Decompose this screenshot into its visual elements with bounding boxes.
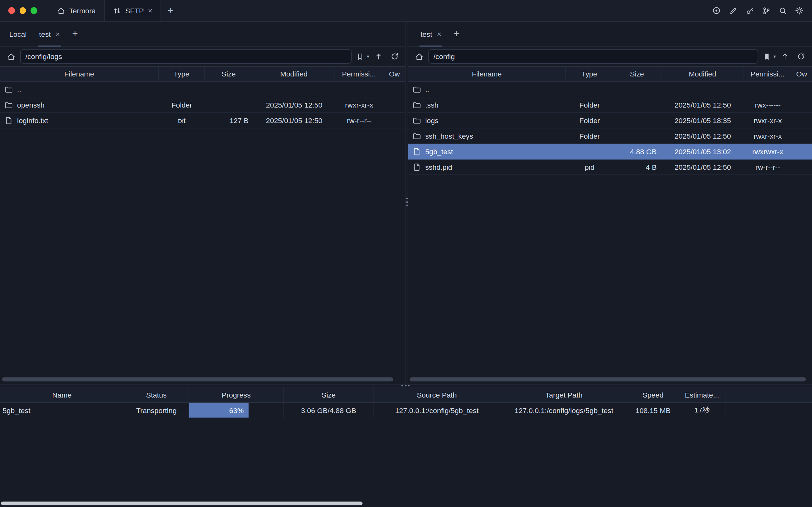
file-icon xyxy=(413,163,421,171)
app-window: Termora SFTP × + xyxy=(0,0,812,507)
file-size xyxy=(613,82,661,97)
snippets-button[interactable] xyxy=(760,4,773,17)
table-row[interactable]: sshd.pid pid 4 B 2025/01/05 12:50 rw-r--… xyxy=(408,159,812,175)
column-header-filename[interactable]: Filename xyxy=(0,67,159,81)
bottom-horizontal-scrollbar-thumb[interactable] xyxy=(1,502,363,505)
bookmark-button[interactable] xyxy=(761,50,772,63)
settings-button[interactable] xyxy=(793,4,806,17)
file-name: ssh_host_keys xyxy=(425,132,473,140)
column-header-modified[interactable]: Modified xyxy=(661,67,744,81)
column-header-permissions[interactable]: Permissi... xyxy=(744,67,791,81)
bookmark-button[interactable] xyxy=(355,50,366,63)
column-header-modified[interactable]: Modified xyxy=(253,67,335,81)
path-input[interactable] xyxy=(428,49,758,64)
pane-splitter[interactable] xyxy=(405,22,408,384)
column-header-source-path[interactable]: Source Path xyxy=(374,387,500,402)
progress-fill: 63% xyxy=(189,403,248,417)
column-header-size[interactable]: Size xyxy=(284,387,374,402)
tab-test-right[interactable]: test × xyxy=(414,22,447,46)
bookmark-control: ▾ xyxy=(355,50,370,63)
file-type xyxy=(566,82,613,97)
home-button[interactable] xyxy=(412,50,426,63)
transfer-filler xyxy=(726,403,812,417)
table-row[interactable]: .. xyxy=(0,82,405,97)
table-row[interactable]: ssh_host_keys Folder 2025/01/05 12:50 rw… xyxy=(408,128,812,144)
column-header-owner[interactable]: Ow xyxy=(383,67,405,81)
window-controls xyxy=(0,0,49,21)
refresh-button[interactable] xyxy=(388,50,401,63)
file-name: logs xyxy=(425,116,438,124)
horizontal-scrollbar-thumb[interactable] xyxy=(2,377,393,381)
progress-label: 63% xyxy=(229,406,244,414)
bookmark-control: ▾ xyxy=(761,50,776,63)
table-row[interactable]: .. xyxy=(408,82,812,97)
path-input[interactable] xyxy=(20,49,352,64)
column-header-type[interactable]: Type xyxy=(159,67,205,81)
close-icon[interactable]: × xyxy=(56,30,60,38)
column-header-size[interactable]: Size xyxy=(205,67,253,81)
column-header-estimate[interactable]: Estimate... xyxy=(679,387,726,402)
search-button[interactable] xyxy=(776,4,789,17)
column-header-filler xyxy=(726,387,812,402)
close-icon[interactable]: × xyxy=(437,30,441,38)
tab-termora[interactable]: Termora xyxy=(49,0,104,21)
edit-button[interactable] xyxy=(726,4,740,17)
titlebar-actions xyxy=(710,0,812,21)
column-header-speed[interactable]: Speed xyxy=(628,387,679,402)
column-header-type[interactable]: Type xyxy=(566,67,613,81)
new-session-tab-button[interactable]: + xyxy=(66,22,84,46)
tab-local[interactable]: Local xyxy=(3,22,33,46)
chevron-down-icon[interactable]: ▾ xyxy=(367,54,369,59)
transfer-status: Transporting xyxy=(124,403,189,417)
file-type xyxy=(566,144,613,159)
column-header-progress[interactable]: Progress xyxy=(189,387,284,402)
folder-icon xyxy=(5,85,13,93)
minimize-window-button[interactable] xyxy=(19,7,26,14)
zoom-window-button[interactable] xyxy=(31,7,37,14)
column-header-target-path[interactable]: Target Path xyxy=(500,387,628,402)
column-header-filename[interactable]: Filename xyxy=(408,67,566,81)
table-row-selected[interactable]: 5gb_test 4.88 GB 2025/01/05 13:02 rwxrwx… xyxy=(408,144,812,160)
transfer-row[interactable]: 5gb_test Transporting 63% 3.06 GB/4.88 G… xyxy=(0,403,812,418)
transfer-speed: 108.15 MB xyxy=(628,403,679,417)
refresh-button[interactable] xyxy=(795,50,808,63)
file-modified: 2025/01/05 12:50 xyxy=(661,128,744,144)
column-header-size[interactable]: Size xyxy=(613,67,661,81)
close-window-button[interactable] xyxy=(8,7,15,14)
right-path-bar: ▾ xyxy=(408,47,812,66)
tab-sftp[interactable]: SFTP × xyxy=(104,0,161,21)
column-header-status[interactable]: Status xyxy=(124,387,189,402)
file-permissions: rwxr-xr-x xyxy=(744,128,791,144)
left-file-table-header: Filename Type Size Modified Permissi... … xyxy=(0,66,405,82)
transfers-splitter[interactable] xyxy=(0,384,812,387)
keys-button[interactable] xyxy=(743,4,756,17)
file-permissions: rw-r--r-- xyxy=(744,159,791,174)
column-header-name[interactable]: Name xyxy=(0,387,124,402)
file-modified: 2025/01/05 12:50 xyxy=(253,113,335,128)
tab-test-left[interactable]: test × xyxy=(33,22,66,46)
transfers-table-header: Name Status Progress Size Source Path Ta… xyxy=(0,387,812,403)
column-header-owner[interactable]: Ow xyxy=(791,67,812,81)
file-permissions xyxy=(744,82,791,97)
horizontal-scrollbar-thumb[interactable] xyxy=(410,377,806,381)
column-header-permissions[interactable]: Permissi... xyxy=(335,67,383,81)
transfers-panel: Name Status Progress Size Source Path Ta… xyxy=(0,387,812,418)
file-icon xyxy=(5,116,13,124)
chevron-down-icon[interactable]: ▾ xyxy=(773,54,775,59)
file-name: .. xyxy=(425,85,429,93)
parent-directory-button[interactable] xyxy=(372,50,385,63)
file-owner xyxy=(791,128,812,144)
file-modified xyxy=(661,82,744,97)
pencil-icon xyxy=(729,6,737,15)
table-row[interactable]: .ssh Folder 2025/01/05 12:50 rwx------ xyxy=(408,97,812,113)
table-row[interactable]: logs Folder 2025/01/05 18:35 rwxr-xr-x xyxy=(408,113,812,128)
table-row[interactable]: openssh Folder 2025/01/05 12:50 rwxr-xr-… xyxy=(0,97,405,113)
record-button[interactable] xyxy=(710,4,723,17)
home-button[interactable] xyxy=(4,50,17,63)
close-icon[interactable]: × xyxy=(148,7,152,14)
new-tab-button[interactable]: + xyxy=(161,0,180,21)
new-session-tab-button[interactable]: + xyxy=(447,22,465,46)
table-row[interactable]: loginfo.txt txt 127 B 2025/01/05 12:50 r… xyxy=(0,113,405,128)
file-permissions: rw-r--r-- xyxy=(335,113,383,128)
parent-directory-button[interactable] xyxy=(778,50,792,63)
